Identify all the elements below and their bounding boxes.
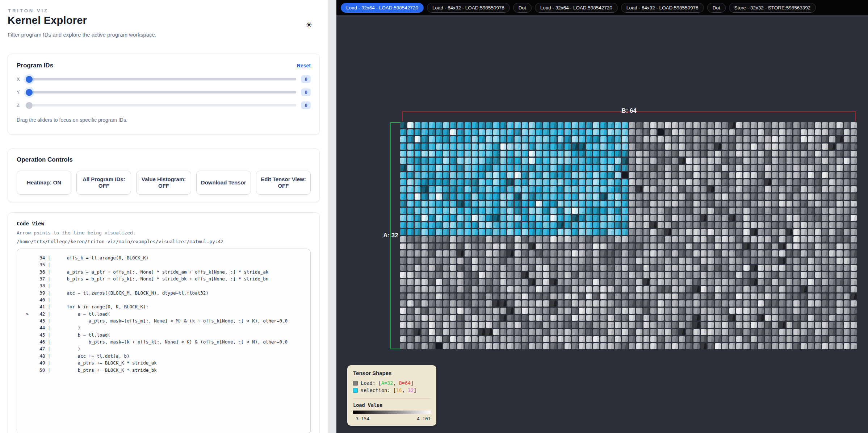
- heatmap-cell[interactable]: [465, 158, 471, 164]
- heatmap-cell[interactable]: [793, 343, 800, 349]
- heatmap-cell[interactable]: [679, 322, 685, 328]
- heatmap-cell[interactable]: [765, 179, 771, 186]
- heatmap-cell[interactable]: [829, 193, 835, 200]
- heatmap-cell[interactable]: [436, 143, 442, 150]
- heatmap-cell[interactable]: [751, 122, 757, 128]
- heatmap-cell[interactable]: [572, 343, 578, 349]
- heatmap-cell[interactable]: [515, 143, 521, 150]
- heatmap-cell[interactable]: [729, 300, 735, 307]
- heatmap-cell[interactable]: [500, 322, 507, 328]
- heatmap-cell[interactable]: [550, 208, 557, 214]
- heatmap-cell[interactable]: [665, 136, 671, 142]
- heatmap-cell[interactable]: [808, 222, 814, 228]
- heatmap-cell[interactable]: [708, 258, 714, 264]
- heatmap-cell[interactable]: [650, 151, 657, 157]
- heatmap-cell[interactable]: [522, 308, 528, 314]
- heatmap-cell[interactable]: [779, 122, 785, 128]
- heatmap-cell[interactable]: [679, 208, 685, 214]
- heatmap-cell[interactable]: [715, 136, 721, 142]
- heatmap-cell[interactable]: [643, 158, 650, 164]
- heatmap-cell[interactable]: [450, 193, 456, 200]
- heatmap-cell[interactable]: [572, 265, 578, 271]
- heatmap-cell[interactable]: [593, 286, 599, 292]
- heatmap-cell[interactable]: [522, 293, 528, 300]
- heatmap-cell[interactable]: [829, 236, 835, 242]
- heatmap-cell[interactable]: [686, 308, 692, 314]
- heatmap-cell[interactable]: [479, 293, 485, 300]
- heatmap-cell[interactable]: [529, 151, 535, 157]
- heatmap-cell[interactable]: [793, 186, 800, 192]
- heatmap-cell[interactable]: [722, 315, 728, 321]
- heatmap-cell[interactable]: [622, 201, 628, 207]
- heatmap-cell[interactable]: [529, 308, 535, 314]
- heatmap-cell[interactable]: [443, 215, 449, 221]
- heatmap-cell[interactable]: [836, 315, 843, 321]
- heatmap-cell[interactable]: [558, 222, 564, 228]
- heatmap-cell[interactable]: [593, 315, 599, 321]
- heatmap-cell[interactable]: [679, 236, 685, 242]
- heatmap-cell[interactable]: [765, 158, 771, 164]
- heatmap-cell[interactable]: [729, 122, 735, 128]
- heatmap-cell[interactable]: [672, 265, 678, 271]
- heatmap-cell[interactable]: [765, 308, 771, 314]
- heatmap-cell[interactable]: [758, 143, 764, 150]
- heatmap-cell[interactable]: [429, 165, 435, 171]
- heatmap-cell[interactable]: [643, 193, 650, 200]
- heatmap-cell[interactable]: [636, 243, 642, 250]
- heatmap-cell[interactable]: [629, 143, 635, 150]
- heatmap-cell[interactable]: [722, 250, 728, 257]
- heatmap-cell[interactable]: [422, 158, 428, 164]
- heatmap-cell[interactable]: [772, 143, 778, 150]
- heatmap-cell[interactable]: [844, 236, 850, 242]
- heatmap-cell[interactable]: [743, 315, 750, 321]
- heatmap-cell[interactable]: [758, 322, 764, 328]
- heatmap-cell[interactable]: [708, 343, 714, 349]
- heatmap-cell[interactable]: [672, 293, 678, 300]
- heatmap-cell[interactable]: [765, 122, 771, 128]
- heatmap-cell[interactable]: [679, 151, 685, 157]
- heatmap-cell[interactable]: [422, 258, 428, 264]
- heatmap-cell[interactable]: [672, 172, 678, 178]
- heatmap-cell[interactable]: [665, 293, 671, 300]
- heatmap-cell[interactable]: [743, 215, 750, 221]
- heatmap-cell[interactable]: [758, 158, 764, 164]
- heatmap-cell[interactable]: [643, 236, 650, 242]
- heatmap-cell[interactable]: [529, 165, 535, 171]
- heatmap-cell[interactable]: [643, 286, 650, 292]
- heatmap-cell[interactable]: [407, 179, 414, 186]
- heatmap-cell[interactable]: [558, 243, 564, 250]
- heatmap-cell[interactable]: [722, 286, 728, 292]
- heatmap-cell[interactable]: [586, 293, 592, 300]
- heatmap-cell[interactable]: [736, 300, 742, 307]
- heatmap-cell[interactable]: [579, 343, 585, 349]
- heatmap-cell[interactable]: [465, 315, 471, 321]
- heatmap-cell[interactable]: [558, 308, 564, 314]
- heatmap-cell[interactable]: [493, 322, 499, 328]
- heatmap-cell[interactable]: [808, 336, 814, 342]
- heatmap-cell[interactable]: [407, 279, 414, 285]
- heatmap-cell[interactable]: [615, 329, 621, 335]
- heatmap-cell[interactable]: [465, 300, 471, 307]
- heatmap-cell[interactable]: [829, 329, 835, 335]
- heatmap-cell[interactable]: [665, 229, 671, 235]
- heatmap-cell[interactable]: [665, 222, 671, 228]
- heatmap-cell[interactable]: [793, 201, 800, 207]
- heatmap-cell[interactable]: [608, 122, 614, 128]
- heatmap-cell[interactable]: [665, 208, 671, 214]
- heatmap-cell[interactable]: [758, 343, 764, 349]
- heatmap-cell[interactable]: [558, 186, 564, 192]
- heatmap-cell[interactable]: [836, 265, 843, 271]
- heatmap-cell[interactable]: [615, 193, 621, 200]
- heatmap-cell[interactable]: [472, 215, 478, 221]
- heatmap-cell[interactable]: [400, 308, 406, 314]
- heatmap-cell[interactable]: [679, 215, 685, 221]
- heatmap-cell[interactable]: [765, 243, 771, 250]
- heatmap-cell[interactable]: [422, 250, 428, 257]
- heatmap-cell[interactable]: [851, 286, 857, 292]
- heatmap-cell[interactable]: [643, 279, 650, 285]
- heatmap-cell[interactable]: [486, 322, 492, 328]
- heatmap-cell[interactable]: [536, 279, 542, 285]
- heatmap-cell[interactable]: [608, 179, 614, 186]
- heatmap-cell[interactable]: [515, 272, 521, 278]
- heatmap-cell[interactable]: [822, 286, 828, 292]
